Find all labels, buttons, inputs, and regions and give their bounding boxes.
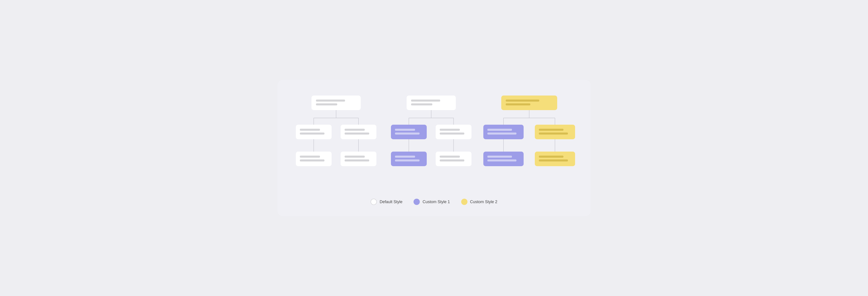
svg-rect-61	[539, 156, 563, 158]
svg-rect-9	[300, 133, 324, 135]
diagram-custom2	[481, 93, 577, 187]
svg-rect-18	[341, 152, 376, 166]
svg-rect-60	[535, 152, 575, 166]
svg-rect-38	[395, 159, 420, 161]
legend-dot-default	[371, 199, 377, 205]
legend-label-default: Default Style	[379, 199, 402, 204]
legend-item-custom1: Custom Style 1	[413, 199, 450, 205]
svg-rect-59	[487, 159, 517, 161]
svg-rect-36	[391, 152, 427, 166]
diagram-custom1	[386, 93, 477, 187]
svg-rect-44	[506, 103, 530, 105]
svg-rect-43	[506, 100, 539, 102]
legend-label-custom2: Custom Style 2	[470, 199, 497, 204]
svg-rect-39	[436, 152, 471, 166]
legend-label-custom1: Custom Style 1	[423, 199, 450, 204]
main-card: Default Style Custom Style 1 Custom Styl…	[277, 80, 591, 216]
svg-rect-49	[483, 125, 524, 139]
svg-rect-53	[539, 129, 563, 131]
svg-rect-16	[300, 156, 320, 158]
svg-rect-31	[436, 125, 471, 139]
svg-rect-17	[300, 159, 324, 161]
diagram-custom2-svg	[481, 93, 577, 187]
svg-rect-23	[411, 103, 432, 105]
svg-rect-19	[345, 156, 365, 158]
svg-rect-11	[345, 129, 365, 131]
svg-rect-2	[316, 103, 337, 105]
svg-rect-54	[539, 133, 568, 135]
svg-rect-57	[483, 152, 524, 166]
svg-rect-1	[316, 100, 345, 102]
legend-dot-custom1	[413, 199, 420, 205]
svg-rect-58	[487, 156, 512, 158]
legend: Default Style Custom Style 1 Custom Styl…	[371, 199, 497, 205]
svg-rect-30	[395, 133, 420, 135]
svg-rect-8	[300, 129, 320, 131]
svg-rect-37	[395, 156, 415, 158]
svg-rect-21	[407, 96, 456, 110]
svg-rect-29	[395, 129, 415, 131]
svg-rect-32	[440, 129, 460, 131]
svg-rect-20	[345, 159, 369, 161]
legend-dot-custom2	[461, 199, 467, 205]
svg-rect-22	[411, 100, 440, 102]
legend-item-custom2: Custom Style 2	[461, 199, 497, 205]
diagram-default	[291, 93, 381, 187]
svg-rect-40	[440, 156, 460, 158]
svg-rect-42	[501, 96, 557, 110]
svg-rect-10	[341, 125, 376, 139]
diagrams-row	[291, 93, 577, 187]
svg-rect-33	[440, 133, 464, 135]
svg-rect-7	[296, 125, 332, 139]
legend-item-default: Default Style	[371, 199, 402, 205]
diagram-custom1-svg	[389, 93, 474, 187]
svg-rect-51	[487, 133, 517, 135]
svg-rect-50	[487, 129, 512, 131]
svg-rect-62	[539, 159, 568, 161]
svg-rect-52	[535, 125, 575, 139]
svg-rect-41	[440, 159, 464, 161]
svg-rect-0	[311, 96, 361, 110]
svg-rect-28	[391, 125, 427, 139]
diagram-default-svg	[293, 93, 379, 187]
svg-rect-12	[345, 133, 369, 135]
svg-rect-15	[296, 152, 332, 166]
